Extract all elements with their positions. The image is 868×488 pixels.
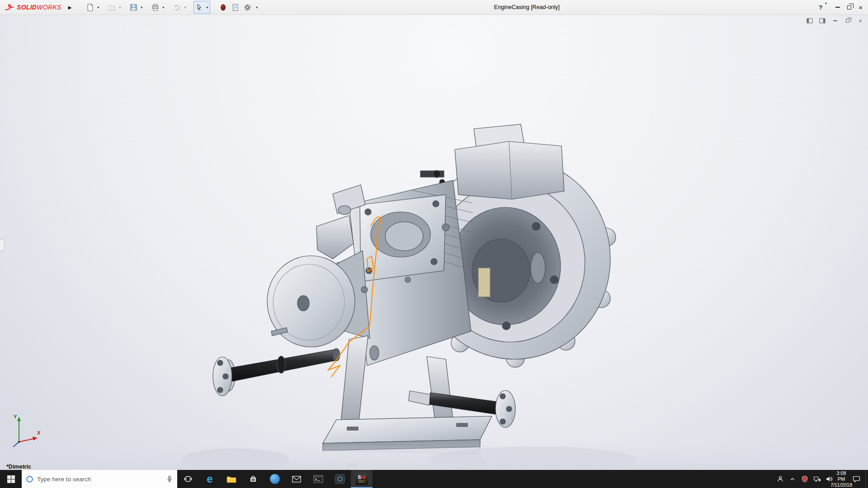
doc-restore-icon [846,19,849,23]
rebuild-button[interactable] [218,1,229,13]
doc-restore-button[interactable] [844,17,852,24]
quick-access-toolbar: ▾ ▾ ▾ [85,1,259,14]
save-dropdown[interactable]: ▾ [139,1,144,13]
view-orientation-label: *Dimetric [6,464,31,470]
edge-icon: e [207,474,212,484]
tray-network-button[interactable] [811,470,823,488]
open-document-dropdown[interactable]: ▾ [118,1,123,13]
open-document-button[interactable] [107,1,118,13]
open-folder-icon [108,4,116,11]
close-icon: × [859,4,863,11]
undo-icon [173,4,181,11]
select-tool-dropdown[interactable]: ▾ [205,1,210,13]
restore-button[interactable] [847,0,851,15]
solidworks-logo-text: SOLIDWORKS [17,4,61,11]
people-icon [777,475,784,483]
options-dropdown[interactable]: ▾ [255,1,259,13]
solidworks-window: SOLIDWORKS ▶ ▾ ▾ [0,0,868,488]
undo-dropdown[interactable]: ▾ [183,1,188,13]
start-button[interactable] [0,470,22,488]
file-properties-button[interactable] [230,1,241,13]
minimize-icon [835,7,840,8]
blue-globe-icon [270,474,280,484]
microphone-icon[interactable] [166,475,173,483]
doc-minimize-button[interactable] [831,17,839,24]
close-button[interactable]: × [859,0,863,15]
logo-text-solid: SOLID [17,4,37,11]
taskbar-edge[interactable]: e [199,470,221,488]
graphics-area[interactable]: × Y X *Dimetric [0,15,868,470]
taskbar-solidworks[interactable]: SW 2017 [351,470,373,488]
new-document-icon [86,4,94,11]
minimize-button[interactable] [835,0,840,15]
logo-text-works: WORKS [37,4,61,11]
window-controls: ?▾ × [819,0,868,15]
chevron-up-icon [789,475,796,483]
split-pane-left-icon [807,18,813,23]
tray-hidden-icons-button[interactable] [787,470,798,488]
taskbar-clock[interactable]: 3:08 PM 7/11/2018 [835,470,847,488]
rebuild-stoplight-icon [219,4,227,11]
options-button[interactable] [242,1,253,13]
taskbar-store[interactable] [242,470,264,488]
help-dropdown-caret: ▾ [823,1,828,13]
select-arrow-icon [195,4,203,11]
doc-minimize-icon [833,20,837,21]
titlebar: SOLIDWORKS ▶ ▾ ▾ [0,0,868,15]
print-button[interactable] [150,1,161,13]
save-icon [130,4,137,11]
document-title: EngineCasing [Read-only] [494,4,560,10]
triad-y-label: Y [14,414,17,419]
document-window-controls: × [806,17,864,24]
search-input[interactable] [37,476,162,483]
taskbar-blue-app[interactable] [264,470,286,488]
engine-casing-model[interactable] [0,15,868,470]
show-desktop-button[interactable] [865,470,868,488]
tray-people-button[interactable] [774,470,786,488]
sw-tile-year: 2017 [359,480,365,483]
new-document-dropdown[interactable]: ▾ [96,1,101,13]
help-button[interactable]: ?▾ [819,0,828,15]
print-icon [151,4,159,11]
taskbar-file-explorer[interactable] [221,470,242,488]
taskbar-dark-app[interactable] [329,470,351,488]
select-tool-button[interactable] [194,1,205,13]
split-pane-right-icon [819,18,826,23]
solidworks-logo[interactable]: SOLIDWORKS [0,3,61,11]
solidworks-logo-icon [5,3,14,11]
defender-shield-icon [801,475,808,483]
task-view-icon [184,475,192,483]
new-document-button[interactable] [85,1,96,13]
menu-flyout-arrow[interactable]: ▶ [67,0,73,15]
undo-button[interactable] [172,1,183,13]
task-view-button[interactable] [177,470,199,488]
taskbar-command-prompt[interactable] [307,470,329,488]
save-button[interactable] [128,1,139,13]
featuremanager-collapse-tab[interactable] [0,239,5,251]
triad-x-label: X [37,430,41,436]
network-icon [813,475,821,483]
action-center-button[interactable] [848,470,865,488]
doc-close-button[interactable]: × [856,17,864,24]
pane-right-button[interactable] [818,17,826,24]
taskbar-mail[interactable] [286,470,307,488]
command-prompt-icon [313,475,323,483]
pane-left-button[interactable] [806,17,814,24]
gear-icon [244,4,251,11]
action-center-icon [853,475,860,483]
cortana-icon [26,475,33,483]
windows-logo-icon [7,475,15,483]
file-properties-icon [231,4,239,11]
doc-close-icon: × [859,18,862,24]
windows-taskbar: e [0,470,868,488]
taskbar-search[interactable] [22,470,177,488]
tray-defender-button[interactable] [799,470,811,488]
mail-envelope-icon [292,476,301,483]
solidworks-app-icon: SW 2017 [355,473,368,485]
print-dropdown[interactable]: ▾ [161,1,166,13]
dark-app-icon [335,474,345,484]
system-tray: 3:08 PM 7/11/2018 [774,470,868,488]
clock-time: 3:08 PM [835,470,847,482]
file-explorer-icon [226,475,236,483]
sw-tile-w: W [361,474,365,480]
